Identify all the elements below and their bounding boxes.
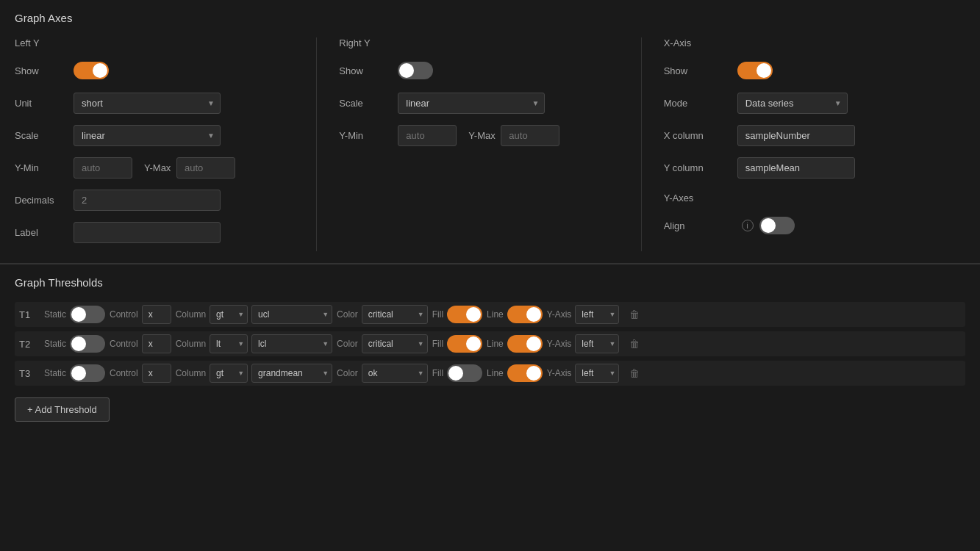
x-axis-ycolumn-label: Y column — [664, 162, 737, 173]
t2-delete-button[interactable]: 🗑 — [626, 335, 643, 353]
t2-color-select[interactable]: critical ok warning — [362, 334, 428, 353]
t1-color-select-wrap: critical ok warning ▼ — [362, 305, 428, 324]
left-y-unit-label: Unit — [15, 98, 74, 109]
right-y-max-input[interactable] — [501, 125, 559, 146]
t1-col-select[interactable]: ucl lcl grandmean x — [251, 305, 332, 324]
x-axis-subtitle: X-Axis — [664, 37, 943, 48]
t1-yaxis-select-wrap: left right ▼ — [575, 305, 619, 324]
t3-delete-button[interactable]: 🗑 — [626, 364, 643, 382]
t3-fill-toggle[interactable] — [447, 364, 482, 382]
t1-op-select-wrap: gt lt gte lte eq ▼ — [210, 305, 248, 324]
t3-line-group: Line — [487, 364, 543, 382]
table-row: T3 Static Control Column gt lt gte lte e… — [15, 361, 965, 386]
left-y-min-input[interactable] — [74, 157, 132, 179]
x-axis-mode-select[interactable]: Data series Time Custom — [737, 93, 848, 114]
x-axis-xcolumn-label: X column — [664, 130, 737, 141]
t1-fill-toggle[interactable] — [447, 306, 482, 323]
t3-column-group: Column gt lt gte lte eq ▼ ucl lcl grandm… — [176, 364, 332, 383]
t3-fill-group: Fill — [432, 364, 482, 382]
t3-enabled-toggle[interactable] — [70, 364, 105, 382]
axes-grid: Left Y Show Unit short long none — [15, 37, 965, 251]
t3-line-toggle[interactable] — [507, 364, 543, 382]
x-axis-show-toggle[interactable] — [737, 62, 773, 79]
t1-op-select[interactable]: gt lt gte lte eq — [210, 305, 248, 324]
t3-control-input[interactable] — [142, 364, 171, 383]
t3-yaxis-select-wrap: left right ▼ — [575, 364, 619, 383]
left-y-show-label: Show — [15, 65, 74, 76]
t2-fill-label: Fill — [432, 339, 443, 349]
x-axis-mode-select-wrap: Data series Time Custom ▼ — [737, 93, 848, 114]
t2-yaxis-select-wrap: left right ▼ — [575, 334, 619, 353]
right-y-show-row: Show — [339, 57, 618, 84]
x-axis-mode-row: Mode Data series Time Custom ▼ — [664, 90, 943, 116]
t3-op-select[interactable]: gt lt gte lte eq — [210, 364, 248, 383]
t3-col-select[interactable]: ucl lcl grandmean x — [251, 364, 332, 383]
t2-fill-group: Fill — [432, 335, 482, 353]
left-y-decimals-input[interactable] — [74, 190, 221, 211]
t1-control-label: Control — [110, 309, 138, 320]
t1-color-select[interactable]: critical ok warning — [362, 305, 428, 324]
right-y-min-input[interactable] — [398, 125, 457, 146]
t1-fill-label: Fill — [432, 309, 443, 320]
t2-line-group: Line — [487, 335, 543, 353]
t1-column-label: Column — [176, 309, 206, 320]
t2-line-toggle[interactable] — [507, 335, 543, 353]
t2-type-group: Static — [44, 335, 105, 353]
left-y-max-label: Y-Max — [132, 162, 176, 173]
left-y-label-input[interactable] — [74, 222, 221, 243]
t2-yaxis-select[interactable]: left right — [575, 334, 619, 353]
t2-col-select-wrap: ucl lcl grandmean x ▼ — [251, 334, 332, 353]
y-axes-subtitle: Y-Axes — [664, 192, 943, 204]
y-axes-align-toggle[interactable] — [759, 217, 795, 234]
graph-thresholds-section: Graph Thresholds T1 Static Control Colum… — [0, 264, 980, 433]
t3-type-group: Static — [44, 364, 105, 382]
t1-column-group: Column gt lt gte lte eq ▼ ucl lcl grandm… — [176, 305, 332, 324]
right-y-scale-label: Scale — [339, 98, 398, 109]
x-axis-ycolumn-value: sampleMean — [737, 157, 855, 179]
left-y-unit-select[interactable]: short long none — [74, 93, 221, 114]
graph-thresholds-title: Graph Thresholds — [15, 276, 965, 289]
t2-enabled-toggle[interactable] — [70, 335, 105, 353]
t3-yaxis-select[interactable]: left right — [575, 364, 619, 383]
t3-color-select[interactable]: critical ok warning — [362, 364, 428, 383]
left-y-scale-select[interactable]: linear log — [74, 125, 221, 146]
t2-op-select[interactable]: gt lt gte lte eq — [210, 334, 248, 353]
t1-control-input[interactable] — [142, 305, 171, 324]
t2-column-label: Column — [176, 339, 206, 349]
right-y-show-toggle[interactable] — [398, 62, 433, 79]
left-y-show-toggle[interactable] — [74, 62, 109, 79]
left-y-minmax-row: Y-Min Y-Max — [15, 154, 294, 181]
right-y-scale-select[interactable]: linear log — [398, 93, 545, 114]
t1-yaxis-group: Y-Axis left right ▼ — [547, 305, 620, 324]
left-y-max-input[interactable] — [176, 157, 235, 179]
left-y-panel: Left Y Show Unit short long none — [15, 37, 316, 251]
t3-fill-label: Fill — [432, 368, 443, 378]
t2-op-select-wrap: gt lt gte lte eq ▼ — [210, 334, 248, 353]
left-y-show-row: Show — [15, 57, 294, 84]
t2-control-group: Control — [110, 334, 171, 353]
t3-yaxis-group: Y-Axis left right ▼ — [547, 364, 620, 383]
t1-line-toggle[interactable] — [507, 306, 543, 323]
right-y-minmax-row: Y-Min Y-Max — [339, 122, 618, 148]
t1-delete-button[interactable]: 🗑 — [626, 306, 643, 323]
t2-fill-toggle[interactable] — [447, 335, 482, 353]
t1-yaxis-select[interactable]: left right — [575, 305, 619, 324]
left-y-subtitle: Left Y — [15, 37, 294, 48]
y-axes-subsection: Y-Axes Align i — [664, 192, 943, 239]
left-y-unit-row: Unit short long none ▼ — [15, 90, 294, 116]
t1-control-group: Control — [110, 305, 171, 324]
t3-type-label: Static — [44, 368, 66, 378]
t2-control-input[interactable] — [142, 334, 171, 353]
left-y-min-label: Y-Min — [15, 162, 74, 173]
t2-line-label: Line — [487, 339, 504, 349]
t1-fill-group: Fill — [432, 306, 482, 323]
y-axes-align-label: Align — [664, 220, 737, 231]
left-y-label-label: Label — [15, 227, 74, 238]
add-threshold-button[interactable]: + Add Threshold — [15, 397, 110, 422]
t1-type-label: Static — [44, 309, 66, 320]
left-y-label-row: Label — [15, 219, 294, 245]
t1-line-group: Line — [487, 306, 543, 323]
t1-enabled-toggle[interactable] — [70, 306, 105, 323]
t1-col-select-wrap: ucl lcl grandmean x ▼ — [251, 305, 332, 324]
t2-col-select[interactable]: ucl lcl grandmean x — [251, 334, 332, 353]
